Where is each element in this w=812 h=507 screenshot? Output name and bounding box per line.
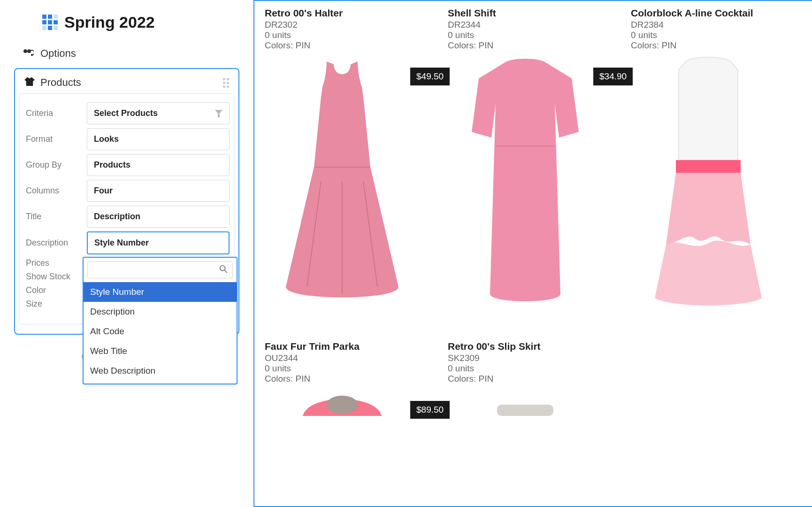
product-sku: DR2302 bbox=[265, 20, 448, 30]
drag-handle-icon[interactable] bbox=[223, 78, 229, 88]
svg-point-3 bbox=[220, 266, 225, 271]
show-stock-label: Show Stock bbox=[26, 272, 87, 282]
price-badge: $49.50 bbox=[410, 68, 450, 85]
product-units: 0 units bbox=[265, 30, 448, 40]
product-colors: Colors: PIN bbox=[265, 374, 448, 384]
group-by-select[interactable]: Products bbox=[87, 154, 230, 176]
dropdown-option[interactable]: Web Description bbox=[84, 361, 237, 381]
products-panel-title: Products bbox=[40, 77, 81, 89]
product-units: 0 units bbox=[448, 363, 631, 374]
price-badge: $89.50 bbox=[410, 401, 450, 419]
product-colors: Colors: PIN bbox=[448, 374, 631, 384]
prices-label: Prices bbox=[26, 258, 87, 268]
dropdown-option[interactable]: Style Number bbox=[84, 282, 237, 302]
columns-select[interactable]: Four bbox=[87, 180, 230, 202]
svg-rect-5 bbox=[676, 160, 741, 173]
product-grid-region: Retro 00's Halter DR2302 0 units Colors:… bbox=[253, 0, 812, 507]
product-image bbox=[265, 388, 420, 416]
page-title: Spring 2022 bbox=[64, 13, 155, 31]
products-panel: Products Criteria Select Products Format… bbox=[14, 68, 239, 335]
svg-point-2 bbox=[31, 54, 33, 55]
options-label: Options bbox=[40, 47, 76, 60]
product-image bbox=[265, 54, 420, 308]
group-by-label: Group By bbox=[26, 160, 87, 170]
svg-point-0 bbox=[23, 49, 27, 53]
title-label: Title bbox=[26, 212, 87, 222]
product-colors: Colors: PIN bbox=[631, 40, 812, 51]
product-sku: DR2344 bbox=[448, 20, 631, 30]
product-image bbox=[448, 54, 603, 308]
dropdown-option[interactable]: Alt Code bbox=[84, 322, 237, 341]
format-label: Format bbox=[26, 134, 87, 144]
product-card[interactable]: Retro 00's Halter DR2302 0 units Colors:… bbox=[265, 8, 448, 308]
search-icon bbox=[219, 265, 228, 275]
dropdown-search-input[interactable] bbox=[92, 266, 219, 274]
filter-icon bbox=[215, 110, 222, 117]
format-select[interactable]: Looks bbox=[87, 128, 230, 150]
product-title: Faux Fur Trim Parka bbox=[265, 341, 448, 352]
product-sku: OU2344 bbox=[265, 353, 448, 363]
dropdown-option[interactable]: Web Title bbox=[84, 341, 237, 361]
product-colors: Colors: PIN bbox=[265, 40, 448, 51]
description-select[interactable]: Style Number bbox=[87, 231, 230, 254]
product-title: Retro 00's Slip Skirt bbox=[448, 341, 631, 352]
svg-point-6 bbox=[326, 396, 358, 414]
product-units: 0 units bbox=[631, 30, 812, 40]
criteria-label: Criteria bbox=[26, 108, 87, 118]
product-card[interactable]: Shell Shift DR2344 0 units Colors: PIN $… bbox=[448, 8, 631, 308]
product-units: 0 units bbox=[448, 30, 631, 40]
product-sku: SK2309 bbox=[448, 353, 631, 363]
tshirt-icon bbox=[24, 77, 35, 89]
size-label: Size bbox=[26, 299, 87, 309]
product-card[interactable]: Faux Fur Trim Parka OU2344 0 units Color… bbox=[265, 341, 448, 416]
product-title: Shell Shift bbox=[448, 8, 631, 19]
app-grid-icon bbox=[42, 15, 58, 30]
description-dropdown: Style Number Description Alt Code Web Ti… bbox=[83, 257, 237, 384]
dropdown-option[interactable]: Description bbox=[84, 302, 237, 322]
criteria-select[interactable]: Select Products bbox=[87, 102, 230, 124]
product-sku: DR2384 bbox=[631, 20, 812, 30]
product-card[interactable]: Colorblock A-line Cocktail DR2384 0 unit… bbox=[631, 8, 812, 308]
product-title: Retro 00's Halter bbox=[265, 8, 448, 19]
product-image bbox=[631, 54, 786, 308]
color-label: Color bbox=[26, 285, 87, 295]
product-units: 0 units bbox=[265, 363, 448, 374]
svg-line-4 bbox=[225, 270, 227, 273]
product-colors: Colors: PIN bbox=[448, 40, 631, 51]
dropdown-search[interactable] bbox=[87, 261, 233, 278]
columns-label: Columns bbox=[26, 186, 87, 196]
product-title: Colorblock A-line Cocktail bbox=[631, 8, 812, 19]
product-image bbox=[448, 388, 603, 416]
price-badge: $34.90 bbox=[593, 68, 633, 85]
title-select[interactable]: Description bbox=[87, 206, 230, 228]
description-label: Description bbox=[26, 238, 87, 248]
options-icon bbox=[23, 48, 34, 60]
product-card[interactable]: Retro 00's Slip Skirt SK2309 0 units Col… bbox=[448, 341, 631, 416]
svg-rect-7 bbox=[497, 405, 553, 416]
